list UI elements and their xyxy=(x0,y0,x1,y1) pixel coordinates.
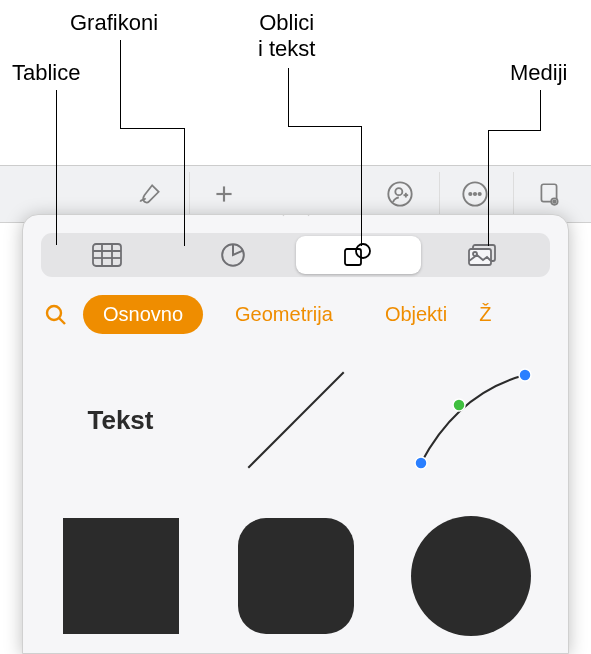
toolbar-right xyxy=(365,172,583,216)
more-button[interactable] xyxy=(439,172,509,216)
person-plus-icon xyxy=(386,180,414,208)
svg-point-27 xyxy=(519,369,531,381)
table-icon xyxy=(92,243,122,267)
insert-popover: Osnovno Geometrija Objekti Ž Tekst xyxy=(22,214,569,654)
callout-shapes-text: Oblici i tekst xyxy=(258,10,315,63)
insert-button[interactable] xyxy=(189,172,259,216)
callout-line xyxy=(184,128,185,246)
svg-rect-13 xyxy=(93,244,121,266)
square-icon xyxy=(63,518,179,634)
shape-categories: Osnovno Geometrija Objekti Ž xyxy=(23,295,568,334)
svg-point-20 xyxy=(356,244,370,258)
plus-icon xyxy=(211,181,237,207)
search-shapes-button[interactable] xyxy=(41,297,71,333)
callout-line xyxy=(56,90,57,245)
callout-line xyxy=(288,68,289,126)
segment-media[interactable] xyxy=(421,236,547,274)
shapes-icon xyxy=(343,242,373,268)
segment-charts[interactable] xyxy=(170,236,296,274)
svg-point-12 xyxy=(553,200,556,203)
media-icon xyxy=(468,243,500,267)
search-icon xyxy=(44,303,68,327)
brush-icon xyxy=(137,181,163,207)
callout-line xyxy=(488,130,541,131)
shape-bezier[interactable] xyxy=(401,356,540,484)
circle-icon xyxy=(411,516,531,636)
callout-media: Mediji xyxy=(510,60,567,86)
callout-tables: Tablice xyxy=(12,60,80,86)
insert-type-segment xyxy=(41,233,550,277)
shape-text[interactable]: Tekst xyxy=(51,356,190,484)
shape-square[interactable] xyxy=(51,512,190,640)
shapes-grid: Tekst xyxy=(23,356,568,640)
callouts-layer: Tablice Grafikoni Oblici i tekst Mediji xyxy=(0,0,591,165)
view-button[interactable] xyxy=(513,172,583,216)
category-osnovno[interactable]: Osnovno xyxy=(83,295,203,334)
callout-line xyxy=(361,126,362,246)
callout-charts: Grafikoni xyxy=(70,10,158,36)
callout-shapes-line2: i tekst xyxy=(258,36,315,61)
segment-shapes-text[interactable] xyxy=(296,236,422,274)
shape-text-label: Tekst xyxy=(88,405,154,436)
svg-point-24 xyxy=(47,306,61,320)
shape-rounded-square[interactable] xyxy=(226,512,365,640)
collaborate-button[interactable] xyxy=(365,172,435,216)
shape-line[interactable] xyxy=(226,356,365,484)
svg-point-3 xyxy=(395,188,402,195)
callout-line xyxy=(488,130,489,246)
rounded-square-icon xyxy=(238,518,354,634)
piechart-icon xyxy=(220,242,246,268)
bezier-icon xyxy=(403,363,538,478)
svg-point-28 xyxy=(453,399,465,411)
line-icon xyxy=(241,365,351,475)
svg-point-9 xyxy=(478,193,480,195)
svg-line-25 xyxy=(59,318,65,324)
callout-line xyxy=(120,128,185,129)
callout-line xyxy=(120,40,121,128)
callout-line xyxy=(288,126,361,127)
callout-shapes-line1: Oblici xyxy=(259,10,314,35)
format-brush-button[interactable] xyxy=(115,172,185,216)
svg-point-26 xyxy=(415,457,427,469)
category-geometrija[interactable]: Geometrija xyxy=(215,295,353,334)
ellipsis-circle-icon xyxy=(461,180,489,208)
svg-point-7 xyxy=(469,193,471,195)
shape-circle[interactable] xyxy=(401,512,540,640)
segment-tables[interactable] xyxy=(44,236,170,274)
document-eye-icon xyxy=(536,181,562,207)
toolbar-center xyxy=(115,172,259,216)
category-overflow[interactable]: Ž xyxy=(479,303,491,326)
svg-point-8 xyxy=(473,193,475,195)
category-objekti[interactable]: Objekti xyxy=(365,295,467,334)
callout-line xyxy=(540,90,541,130)
